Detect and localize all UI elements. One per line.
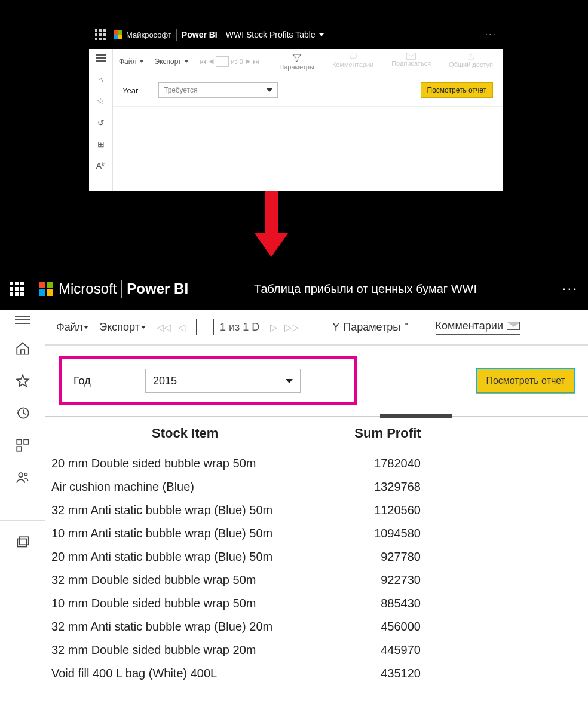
col-sum-profit[interactable]: Sum Profit <box>324 417 588 452</box>
svg-rect-9 <box>19 537 28 545</box>
chevron-down-icon <box>139 60 144 63</box>
funnel-icon <box>292 53 302 63</box>
of-label: из 0 <box>231 58 243 65</box>
apps-icon[interactable] <box>15 438 30 453</box>
before-panel: Майкрософт Power BI WWI Stock Profits Ta… <box>88 20 503 191</box>
header-bar: Microsoft Power BI Таблица прибыли от це… <box>0 268 588 310</box>
comments-button[interactable]: Комментарии <box>329 53 377 71</box>
divider <box>176 29 177 41</box>
view-report-button[interactable]: Посмотреть отчет <box>421 82 493 98</box>
prev-icon[interactable]: ◁ <box>178 322 185 333</box>
more-button[interactable]: ··· <box>485 29 497 40</box>
product-label[interactable]: Power BI <box>182 30 218 39</box>
cell-sum-profit: 445970 <box>324 638 588 662</box>
table-row[interactable]: 32 mm Double sided bubble wrap 20m445970 <box>45 638 588 662</box>
chevron-down-icon <box>84 326 88 329</box>
svg-point-7 <box>24 473 27 475</box>
after-panel: Microsoft Power BI Таблица прибыли от це… <box>0 268 588 703</box>
divider <box>45 416 588 417</box>
file-menu[interactable]: Файл <box>56 321 88 334</box>
parameters-bar: Год 2015 Посмотреть отчет <box>45 346 588 416</box>
table-row[interactable]: 20 mm Anti static bubble wrap (Blue) 50m… <box>45 545 588 568</box>
next-icon[interactable]: ▷ <box>270 322 277 333</box>
app-launcher-icon[interactable] <box>95 29 106 40</box>
next-icon[interactable]: ▶ <box>246 57 250 65</box>
more-button[interactable]: ··· <box>562 281 578 297</box>
cell-stock-item: 20 mm Anti static bubble wrap (Blue) 50m <box>45 545 324 568</box>
view-report-button[interactable]: Посмотреть отчет <box>476 368 575 393</box>
share-button[interactable]: Общий доступ <box>445 53 497 71</box>
prev-first-icon[interactable]: ◁◁ <box>157 322 171 333</box>
home-icon[interactable] <box>15 341 30 356</box>
brand-label: Microsoft <box>59 280 117 297</box>
comments-label: Комментарии <box>436 320 503 332</box>
product-label[interactable]: Power BI <box>127 280 188 297</box>
cell-stock-item: 32 mm Double sided bubble wrap 50m <box>45 568 324 592</box>
col-stock-item[interactable]: Stock Item <box>45 417 324 452</box>
favorite-icon[interactable]: ☆ <box>96 96 106 106</box>
home-icon[interactable]: ⌂ <box>96 74 106 85</box>
svg-point-6 <box>19 473 23 477</box>
menu-icon[interactable] <box>15 316 30 324</box>
comments-button[interactable]: Комментарии <box>436 320 520 335</box>
export-menu[interactable]: Экспорт <box>155 57 189 66</box>
page-input[interactable] <box>216 56 229 67</box>
app-launcher-icon[interactable] <box>10 282 24 296</box>
svg-rect-4 <box>24 439 29 444</box>
cell-stock-item: 32 mm Double sided bubble wrap 20m <box>45 638 324 662</box>
table-row[interactable]: 32 mm Anti static bubble wrap (Blue) 50m… <box>45 499 588 522</box>
cell-sum-profit: 1329768 <box>324 475 588 499</box>
next-last-icon[interactable]: ▷▷ <box>284 322 299 333</box>
param-year-select[interactable]: Требуется <box>158 82 278 98</box>
page-input[interactable] <box>196 319 214 335</box>
table-row[interactable]: 32 mm Anti static bubble wrap (Blue) 20m… <box>45 615 588 638</box>
favorite-icon[interactable] <box>15 373 30 389</box>
svg-rect-8 <box>17 539 26 547</box>
table-row[interactable]: Void fill 400 L bag (White) 400L435120 <box>45 662 588 685</box>
header-bar: Майкрософт Power BI WWI Stock Profits Ta… <box>89 20 503 49</box>
share-label: Общий доступ <box>449 61 493 68</box>
chevron-down-icon <box>141 326 146 329</box>
share-users-icon[interactable]: Aᵏ <box>96 160 106 171</box>
report-title[interactable]: WWI Stock Profits Table <box>226 30 324 39</box>
parameters-button[interactable]: Y Параметры " <box>332 321 408 334</box>
file-menu[interactable]: Файл <box>119 57 144 66</box>
share-icon <box>466 53 476 61</box>
menu-icon[interactable] <box>96 53 106 63</box>
share-users-icon[interactable] <box>15 470 30 485</box>
export-menu-label: Экспорт <box>99 321 140 334</box>
history-icon[interactable] <box>15 405 30 421</box>
microsoft-logo-icon <box>113 30 122 39</box>
param-year-select[interactable]: 2015 <box>145 369 301 393</box>
history-icon[interactable]: ↺ <box>96 117 106 128</box>
params-suffix: " <box>404 321 408 334</box>
cell-sum-profit: 1094580 <box>324 522 588 545</box>
brand-label: Майкрософт <box>126 30 172 39</box>
table-row[interactable]: 20 mm Double sided bubble wrap 50m178204… <box>45 452 588 475</box>
divider <box>121 280 122 298</box>
table-row[interactable]: 10 mm Anti static bubble wrap (Blue) 50m… <box>45 522 588 545</box>
left-nav-rail <box>0 310 45 703</box>
table-row[interactable]: 32 mm Double sided bubble wrap 50m922730 <box>45 568 588 592</box>
mail-icon <box>406 53 416 60</box>
parameters-button[interactable]: Параметры <box>275 53 318 71</box>
prev-first-icon[interactable]: ⏮ <box>200 58 206 65</box>
chevron-down-icon <box>286 379 293 383</box>
svg-rect-0 <box>350 54 356 58</box>
export-menu[interactable]: Экспорт <box>99 321 146 334</box>
param-year-label: Year <box>122 86 158 95</box>
table-row[interactable]: 10 mm Double sided bubble wrap 50m885430 <box>45 592 588 615</box>
table-row[interactable]: Air cushion machine (Blue)1329768 <box>45 475 588 499</box>
subscribe-button[interactable]: Подписаться <box>388 53 434 71</box>
report-title[interactable]: Таблица прибыли от ценных бумаг WWI <box>254 282 477 296</box>
workspaces-icon[interactable] <box>15 535 30 551</box>
next-last-icon[interactable]: ⏭ <box>253 58 259 65</box>
parameters-label: Параметры <box>343 321 400 334</box>
subscribe-label: Подписаться <box>391 60 431 67</box>
file-menu-label: Файл <box>119 57 137 66</box>
prev-icon[interactable]: ◀ <box>209 57 213 65</box>
cell-sum-profit: 456000 <box>324 615 588 638</box>
report-title-text: WWI Stock Profits Table <box>226 30 316 39</box>
divider <box>345 81 345 99</box>
apps-icon[interactable]: ⊞ <box>96 139 106 149</box>
